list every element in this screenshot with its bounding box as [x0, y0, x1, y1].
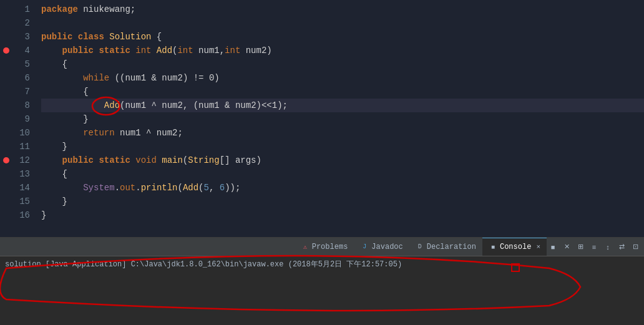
code-line-16: }	[41, 208, 644, 222]
action-button-5[interactable]: ⊡	[629, 241, 642, 253]
code-line-13: {	[41, 167, 644, 181]
problems-tab-icon: ⚠	[301, 243, 310, 251]
code-line-6: while ((num1 & num2) != 0)	[41, 71, 644, 85]
console-tab-label: Console	[500, 243, 531, 251]
code-line-11: }	[41, 140, 644, 153]
tab-console[interactable]: ■Console×	[482, 238, 547, 256]
code-line-9: }	[41, 112, 644, 126]
line-numbers: 12345678910111213141516	[12, 2, 35, 237]
editor-area: 12345678910111213141516 package niukewan…	[0, 0, 644, 237]
code-line-3: public class Solution {	[41, 30, 644, 44]
tab-bar: ⚠ProblemsJJavadocDDeclaration■Console× ■…	[0, 238, 644, 256]
action-button-3[interactable]: ↕	[602, 241, 614, 253]
code-line-7: {	[41, 85, 644, 99]
tab-javadoc[interactable]: JJavadoc	[354, 238, 409, 256]
action-button-2[interactable]: ≡	[588, 241, 600, 253]
code-line-10: return num1 ^ num2;	[41, 126, 644, 140]
stop-button[interactable]: ■	[547, 241, 559, 253]
action-button-1[interactable]: ⊞	[574, 241, 587, 253]
tab-actions: ■ ✕ ⊞ ≡ ↕ ⇄ ⊡	[547, 241, 642, 253]
console-line-1: solution [Java Application] C:\Java\jdk1…	[5, 259, 639, 270]
declaration-tab-label: Declaration	[427, 243, 476, 251]
close-console-button[interactable]: ✕	[560, 241, 573, 253]
javadoc-tab-icon: J	[360, 243, 369, 251]
breakpoint-gutter[interactable]	[0, 2, 12, 237]
code-line-5: {	[41, 57, 644, 71]
bottom-panel: ⚠ProblemsJJavadocDDeclaration■Console× ■…	[0, 237, 644, 325]
code-line-1: package niukewang;	[41, 2, 644, 16]
console-tab-icon: ■	[489, 243, 497, 251]
console-line-2	[5, 270, 639, 281]
code-line-2	[41, 16, 644, 30]
code-line-8: Add(num1 ^ num2, (num1 & num2)<<1);	[41, 99, 644, 112]
console-tab-close[interactable]: ×	[536, 243, 540, 251]
console-content: solution [Java Application] C:\Java\jdk1…	[0, 256, 644, 325]
code-content[interactable]: package niukewang; public class Solution…	[35, 2, 644, 237]
code-line-15: }	[41, 195, 644, 208]
code-line-12: public static void main(String[] args)	[41, 153, 644, 167]
code-line-14: System.out.println(Add(5, 6));	[41, 181, 644, 195]
javadoc-tab-label: Javadoc	[371, 243, 402, 251]
action-button-4[interactable]: ⇄	[615, 241, 628, 253]
code-line-4: public static int Add(int num1,int num2)	[41, 44, 644, 57]
tab-problems[interactable]: ⚠Problems	[295, 238, 354, 256]
tab-declaration[interactable]: DDeclaration	[409, 238, 482, 256]
declaration-tab-icon: D	[416, 243, 424, 251]
problems-tab-label: Problems	[312, 243, 348, 251]
